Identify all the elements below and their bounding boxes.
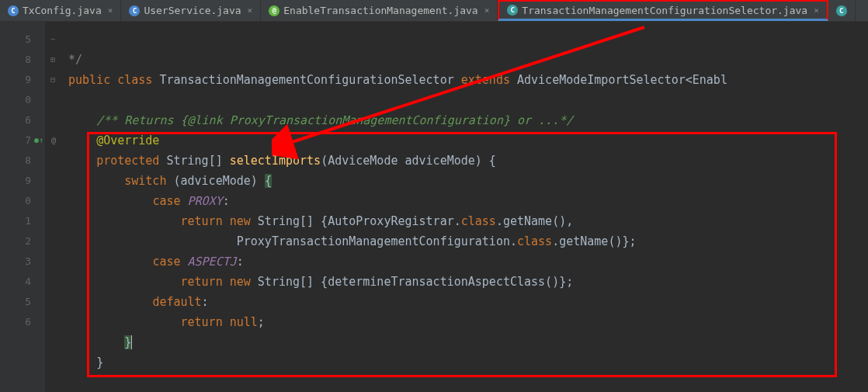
close-icon[interactable]: × [814,5,819,16]
annotation: @Override [96,134,159,147]
generic: Enabl [693,73,727,87]
brace: } [96,356,103,369]
fold-handle[interactable]: ⊞ [45,50,61,70]
tab-overflow[interactable]: C [828,0,856,21]
code-text: String[] { [258,214,328,228]
tab-txmgmtselector[interactable]: C TransactionManagementConfigurationSele… [498,0,828,21]
tab-label: TxConfig.java [23,5,102,16]
keyword: case [152,194,180,208]
tab-label: UserService.java [144,5,241,16]
code-text: : [202,295,209,309]
keyword: class [117,73,152,87]
line-number: 2 [0,231,45,252]
code-text: ; [258,315,265,329]
keyword: return [181,214,223,228]
keyword: public [68,73,110,87]
keyword: return [181,315,223,329]
method-call: determineTransactionAspectClass()}; [328,275,573,289]
line-number: 4 [0,272,45,292]
line-number: 9 [0,171,45,191]
tab-label: EnableTransactionManagement.java [283,5,477,16]
class-ref: AutoProxyRegistrar [328,214,454,228]
line-number: 8 [0,50,45,70]
line-number: 6 [0,312,45,332]
expr: (adviceMode) [166,174,264,188]
close-icon[interactable]: × [248,5,253,16]
code-text: */ [68,53,82,67]
keyword: default [152,295,201,309]
fold-column: − ⊞ ⊟ [45,22,61,392]
class-ref: AdviceModeImportSelector [517,73,686,87]
keyword: case [152,255,180,269]
javadoc: /** Returns {@link ProxyTransactionManag… [96,113,573,127]
line-number: 8 [0,151,45,171]
line-number: 0 [0,90,45,110]
at-icon: @ [51,130,56,151]
line-number: 7●↑@ [0,130,45,151]
line-number: 5 [0,29,45,50]
keyword: null [230,315,258,329]
code-text: : [223,194,230,208]
keyword: new [230,275,251,289]
code-text: .getName()}; [552,234,636,248]
annotation-icon: @ [269,5,279,16]
tab-enabletx[interactable]: @ EnableTransactionManagement.java × [261,0,498,21]
type: String [166,154,208,168]
keyword: return [181,275,223,289]
code-text: : [237,255,244,269]
line-number: 5 [0,292,45,312]
class-icon: C [836,5,847,16]
tab-label: TransactionManagementConfigurationSelect… [522,5,807,16]
fold-handle[interactable]: ⊟ [45,70,61,90]
class-icon: C [507,5,518,16]
keyword: class [461,214,496,228]
code-text: < [686,73,693,87]
enum-val: ASPECTJ [188,255,237,269]
brace: } [124,335,131,349]
editor-area: 5 8 9 0 6 7●↑@ 8 9 0 1 2 3 4 5 6 − ⊞ ⊟ *… [0,22,868,392]
code-text: . [454,214,461,228]
keyword: new [230,214,251,228]
class-ref: ProxyTransactionManagementConfiguration [237,234,510,248]
keyword: switch [124,174,166,188]
params: (AdviceMode adviceMode) { [321,154,496,168]
keyword: extends [461,73,510,87]
tab-txconfig[interactable]: C TxConfig.java × [0,0,121,21]
line-number: 0 [0,191,45,211]
keyword: class [517,234,552,248]
tab-userservice[interactable]: C UserService.java × [121,0,261,21]
line-gutter: 5 8 9 0 6 7●↑@ 8 9 0 1 2 3 4 5 6 [0,22,45,392]
class-icon: C [129,5,140,16]
line-number: 9 [0,70,45,90]
code-text: .getName(), [496,214,573,228]
code-editor[interactable]: */ public class TransactionManagementCon… [61,22,868,392]
line-number: 6 [0,110,45,130]
code-text: . [510,234,517,248]
brace: { [265,174,272,188]
close-icon[interactable]: × [484,5,490,16]
enum-val: PROXY [188,194,223,208]
class-name: TransactionManagementConfigurationSelect… [159,73,453,87]
override-gutter-icon[interactable]: ●↑ [34,130,43,151]
caret [131,335,132,349]
fold-handle[interactable]: − [45,29,61,50]
class-icon: C [8,5,19,16]
keyword: protected [96,154,159,168]
close-icon[interactable]: × [108,5,113,16]
method-name: selectImports [230,154,321,168]
line-number: 3 [0,252,45,272]
code-text: String[] { [258,275,328,289]
line-number: 1 [0,211,45,231]
tab-bar: C TxConfig.java × C UserService.java × @… [0,0,868,22]
